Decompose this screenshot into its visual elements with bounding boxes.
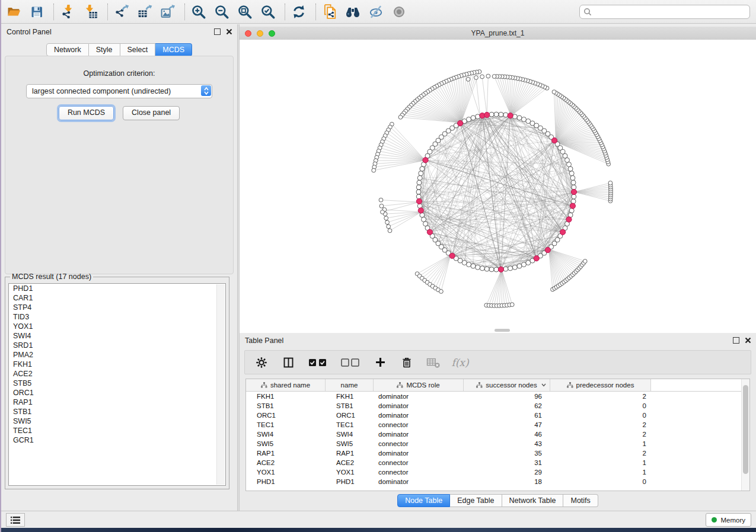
table-row[interactable]: RAP1RAP1dominator352 [246,448,749,458]
zoom-in-icon[interactable] [191,4,206,20]
share-document-icon[interactable] [322,4,337,20]
mcds-result-item[interactable]: RAP1 [9,398,225,407]
network-window-titlebar[interactable]: YPA_prune.txt_1 [240,27,756,40]
run-mcds-button[interactable]: Run MCDS [59,106,114,120]
delete-table-icon[interactable] [426,355,441,370]
mcds-result-list[interactable]: PHD1CAR1STP4TID3YOX1SWI4SRD1PMA2FKH1ACE2… [8,283,226,486]
search-network-icon[interactable] [345,4,361,20]
table-cell: ACE2 [326,458,374,467]
function-builder-icon[interactable]: f(x) [453,355,467,370]
mcds-result-item[interactable]: CAR1 [9,293,225,303]
mcds-result-item[interactable]: TEC1 [9,426,225,435]
table-panel-title: Table Panel [240,336,283,345]
table-cell: 1 [550,467,651,477]
table-scrollbar[interactable] [741,379,749,491]
table-body: FKH1FKH1dominator962STB1STB1dominator620… [246,392,749,486]
import-table-icon[interactable] [83,4,98,20]
tab-edge-table[interactable]: Edge Table [450,494,502,507]
export-table-icon[interactable] [137,4,152,20]
table-scrollbar-thumb[interactable] [743,385,748,474]
window-close-button[interactable] [245,30,251,37]
table-row[interactable]: FKH1FKH1dominator962 [246,392,749,401]
column-header-name[interactable]: name [326,379,374,391]
column-header-predecessor-nodes[interactable]: predecessor nodes [550,379,651,391]
zoom-fit-icon[interactable] [237,4,253,20]
open-session-icon[interactable] [6,4,21,20]
network-hscroll-thumb[interactable] [495,329,510,332]
table-row[interactable]: PHD1PHD1dominator180 [246,477,749,486]
table-row[interactable]: ACE2ACE2connector311 [246,458,749,467]
memory-button[interactable]: Memory [706,513,751,527]
mcds-result-item[interactable]: TID3 [9,312,225,322]
zoom-out-icon[interactable] [214,4,229,20]
mcds-result-item[interactable]: SWI5 [9,416,225,426]
table-cell: 1 [550,439,651,448]
tab-motifs[interactable]: Motifs [563,494,598,507]
network-search-box[interactable] [579,5,750,19]
column-view-icon[interactable] [281,355,295,370]
table-cell: 31 [464,458,550,467]
hide-graphics-icon[interactable] [368,4,384,20]
table-cell: 0 [550,411,651,420]
table-cell: FKH1 [246,392,326,401]
mcds-result-item[interactable]: ORC1 [9,388,225,398]
refresh-layout-icon[interactable] [291,4,307,20]
mcds-result-item[interactable]: GCR1 [9,435,225,445]
table-row[interactable]: STB1STB1dominator620 [246,401,749,411]
window-zoom-button[interactable] [269,30,275,37]
mcds-result-item[interactable]: STB5 [9,379,225,388]
mcds-tab-content: Optimization criterion: largest connecte… [5,56,234,274]
deselect-all-icon[interactable] [340,355,361,370]
table-cell: 29 [464,467,550,477]
network-canvas[interactable] [240,40,756,333]
table-row[interactable]: ORC1ORC1dominator610 [246,411,749,420]
network-graph[interactable] [240,40,756,333]
close-panel-icon[interactable] [745,337,751,344]
tab-mcds[interactable]: MCDS [155,43,192,56]
settings-gear-icon[interactable] [254,355,269,370]
show-log-console-button[interactable] [6,513,25,527]
float-panel-icon[interactable] [733,337,739,344]
show-graphics-icon[interactable] [391,4,407,20]
mcds-result-item[interactable]: PHD1 [9,284,225,293]
tab-node-table[interactable]: Node Table [397,494,450,507]
save-session-icon[interactable] [29,4,44,20]
memory-label: Memory [720,517,745,524]
mcds-result-item[interactable]: ACE2 [9,369,225,379]
mcds-result-item[interactable]: SWI4 [9,331,225,341]
window-minimize-button[interactable] [257,30,263,37]
add-column-icon[interactable] [373,355,387,370]
mcds-result-item[interactable]: STB1 [9,407,225,416]
tab-network[interactable]: Network [46,43,89,56]
tab-network-table[interactable]: Network Table [502,494,564,507]
column-header-shared-name[interactable]: shared name [246,379,326,391]
import-network-icon[interactable] [60,4,75,20]
table-row[interactable]: TEC1TEC1connector472 [246,420,749,430]
select-all-icon[interactable] [308,355,328,370]
table-cell: 18 [464,477,550,486]
mcds-result-item[interactable]: STP4 [9,303,225,312]
mcds-result-item[interactable]: PMA2 [9,350,225,360]
zoom-selected-icon[interactable] [260,4,276,20]
column-type-icon [476,382,483,388]
tab-select[interactable]: Select [120,43,156,56]
column-header-mcds-role[interactable]: MCDS role [374,379,464,391]
criterion-dropdown[interactable]: largest connected component (undirected) [26,84,212,98]
table-row[interactable]: YOX1YOX1connector291 [246,467,749,477]
tab-style[interactable]: Style [89,43,120,56]
delete-column-icon[interactable] [400,355,414,370]
close-panel-button[interactable]: Close panel [123,106,180,120]
table-row[interactable]: SWI4SWI4dominator462 [246,430,749,439]
search-input[interactable] [594,7,746,17]
float-panel-icon[interactable] [214,28,221,35]
column-header-successor-nodes[interactable]: successor nodes [464,379,550,391]
close-panel-icon[interactable] [226,28,232,35]
mcds-result-item[interactable]: FKH1 [9,360,225,369]
table-cell: RAP1 [326,448,374,458]
mcds-result-item[interactable]: YOX1 [9,322,225,331]
export-image-icon[interactable] [160,4,176,20]
export-network-icon[interactable] [114,4,129,20]
mcds-result-item[interactable]: SRD1 [9,341,225,350]
mcds-list-scrollbar[interactable] [216,284,225,485]
table-row[interactable]: SWI5SWI5connector431 [246,439,749,448]
